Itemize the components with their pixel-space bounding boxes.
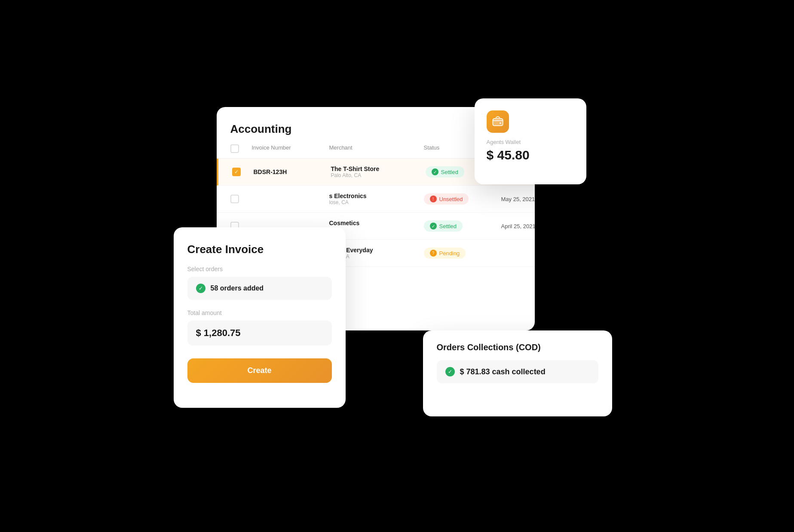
collections-box: ✓ $ 781.83 cash collected [437, 360, 598, 383]
merchant-name: s Electronics [329, 193, 424, 199]
select-orders-label: Select orders [187, 266, 332, 272]
settled-dot: ✓ [432, 168, 438, 175]
merchant-location: lose, CA [329, 199, 424, 205]
merchant-name: The T-Shirt Store [331, 165, 426, 172]
wallet-label: Agents Wallet [487, 139, 574, 145]
collections-check-icon: ✓ [445, 367, 455, 376]
orders-count: 58 orders added [211, 284, 264, 292]
pending-dot: ? [430, 250, 437, 257]
total-amount-label: Total amount [187, 309, 332, 316]
settled-dot: ✓ [430, 223, 437, 229]
table-row[interactable]: s Electronics lose, CA ! Unsettled May 2… [217, 186, 535, 213]
wallet-icon-bg [487, 110, 509, 133]
merchant-info: The T-Shirt Store Palo Alto, CA [331, 165, 426, 178]
create-button[interactable]: Create [187, 358, 332, 383]
status-badge: ! Unsettled [424, 193, 469, 205]
merchant-name: Cosmetics [329, 220, 424, 226]
date-cell: April 25, 2021 [501, 223, 535, 229]
wallet-card: Agents Wallet $ 45.80 [475, 98, 586, 184]
svg-rect-0 [493, 119, 503, 125]
row-checkbox[interactable] [230, 195, 239, 203]
wallet-amount: $ 45.80 [487, 148, 574, 162]
row-checkbox[interactable]: ✓ [232, 168, 241, 176]
collections-title: Orders Collections (COD) [437, 342, 598, 352]
invoice-number: BDSR-123H [254, 168, 331, 175]
merchant-info: s Electronics lose, CA [329, 193, 424, 205]
amount-box: $ 1,280.75 [187, 321, 332, 345]
header-checkbox[interactable] [230, 144, 239, 153]
orders-check-icon: ✓ [196, 284, 205, 293]
wallet-icon [492, 116, 504, 128]
status-badge: ✓ Settled [424, 220, 463, 232]
merchant-location: Palo Alto, CA [331, 172, 426, 178]
status-badge: ? Pending [424, 248, 466, 259]
date-cell: May 25, 2021 [501, 196, 535, 202]
status-cell: ✓ Settled [424, 220, 501, 232]
col-merchant: Merchant [329, 144, 424, 153]
collections-amount: $ 781.83 cash collected [460, 367, 546, 376]
status-cell: ? Pending [424, 248, 501, 259]
orders-box: ✓ 58 orders added [187, 277, 332, 300]
status-cell: ! Unsettled [424, 193, 501, 205]
col-checkbox [230, 144, 252, 153]
col-invoice: Invoice Number [252, 144, 329, 153]
create-invoice-title: Create Invoice [187, 243, 332, 256]
unsettled-dot: ! [430, 196, 437, 202]
total-amount: $ 1,280.75 [196, 327, 241, 339]
create-invoice-card: Create Invoice Select orders ✓ 58 orders… [174, 227, 346, 408]
svg-point-1 [500, 122, 501, 124]
status-badge: ✓ Settled [426, 166, 464, 177]
collections-card: Orders Collections (COD) ✓ $ 781.83 cash… [423, 330, 612, 416]
